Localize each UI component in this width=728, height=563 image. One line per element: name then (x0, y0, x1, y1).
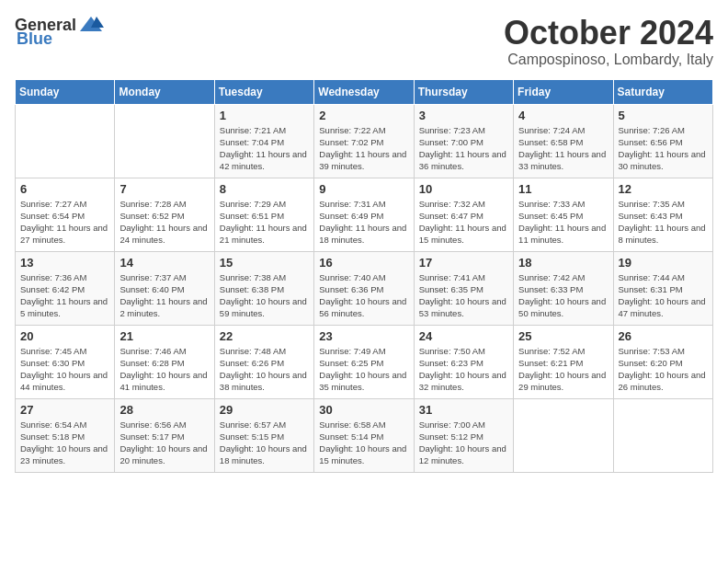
logo-blue: Blue (17, 29, 52, 49)
calendar-cell: 25Sunrise: 7:52 AMSunset: 6:21 PMDayligh… (514, 325, 613, 398)
day-info: Sunrise: 6:56 AMSunset: 5:17 PMDaylight:… (119, 419, 209, 467)
header-saturday: Saturday (613, 79, 712, 104)
calendar-cell: 11Sunrise: 7:33 AMSunset: 6:45 PMDayligh… (514, 178, 613, 251)
calendar-cell: 22Sunrise: 7:48 AMSunset: 6:26 PMDayligh… (214, 325, 313, 398)
day-info: Sunrise: 6:54 AMSunset: 5:18 PMDaylight:… (20, 419, 109, 467)
header-monday: Monday (115, 79, 214, 104)
page-header: General Blue October 2024 Campospinoso, … (15, 15, 713, 68)
calendar-cell: 16Sunrise: 7:40 AMSunset: 6:36 PMDayligh… (314, 251, 414, 325)
day-info: Sunrise: 6:57 AMSunset: 5:15 PMDaylight:… (220, 419, 309, 467)
header-thursday: Thursday (414, 79, 513, 104)
day-number: 8 (220, 182, 309, 196)
day-number: 10 (419, 182, 508, 196)
day-info: Sunrise: 7:53 AMSunset: 6:20 PMDaylight:… (619, 345, 708, 394)
day-number: 16 (319, 256, 408, 270)
calendar-cell: 31Sunrise: 7:00 AMSunset: 5:12 PMDayligh… (414, 398, 513, 472)
day-info: Sunrise: 7:35 AMSunset: 6:43 PMDaylight:… (619, 198, 708, 247)
calendar-cell: 15Sunrise: 7:38 AMSunset: 6:38 PMDayligh… (214, 251, 313, 325)
calendar-week-5: 27Sunrise: 6:54 AMSunset: 5:18 PMDayligh… (16, 398, 713, 472)
day-number: 27 (20, 403, 109, 417)
calendar-cell: 21Sunrise: 7:46 AMSunset: 6:28 PMDayligh… (115, 325, 214, 398)
day-number: 31 (419, 403, 508, 417)
header-friday: Friday (514, 79, 613, 104)
day-number: 19 (619, 256, 708, 270)
calendar-cell: 28Sunrise: 6:56 AMSunset: 5:17 PMDayligh… (115, 398, 214, 472)
day-number: 12 (619, 182, 708, 196)
calendar-cell: 26Sunrise: 7:53 AMSunset: 6:20 PMDayligh… (613, 325, 712, 398)
day-info: Sunrise: 7:23 AMSunset: 7:00 PMDaylight:… (419, 124, 508, 173)
day-info: Sunrise: 7:41 AMSunset: 6:35 PMDaylight:… (419, 271, 508, 320)
day-info: Sunrise: 7:26 AMSunset: 6:56 PMDaylight:… (619, 124, 708, 173)
day-info: Sunrise: 6:58 AMSunset: 5:14 PMDaylight:… (319, 419, 408, 467)
day-info: Sunrise: 7:28 AMSunset: 6:52 PMDaylight:… (119, 198, 209, 247)
calendar-cell: 1Sunrise: 7:21 AMSunset: 7:04 PMDaylight… (214, 104, 313, 178)
day-info: Sunrise: 7:46 AMSunset: 6:28 PMDaylight:… (119, 345, 209, 394)
day-info: Sunrise: 7:32 AMSunset: 6:47 PMDaylight:… (419, 198, 508, 247)
location-title: Campospinoso, Lombardy, Italy (504, 52, 713, 68)
day-number: 28 (119, 403, 209, 417)
day-info: Sunrise: 7:37 AMSunset: 6:40 PMDaylight:… (119, 271, 209, 320)
day-info: Sunrise: 7:29 AMSunset: 6:51 PMDaylight:… (220, 198, 309, 247)
day-number: 13 (20, 256, 109, 270)
day-info: Sunrise: 7:31 AMSunset: 6:49 PMDaylight:… (319, 198, 408, 247)
day-number: 11 (518, 182, 608, 196)
day-number: 20 (20, 329, 109, 343)
day-info: Sunrise: 7:44 AMSunset: 6:31 PMDaylight:… (619, 271, 708, 320)
day-number: 15 (220, 256, 309, 270)
calendar-week-4: 20Sunrise: 7:45 AMSunset: 6:30 PMDayligh… (16, 325, 713, 398)
month-title: October 2024 (504, 15, 713, 52)
logo-icon (78, 15, 104, 35)
calendar-cell: 2Sunrise: 7:22 AMSunset: 7:02 PMDaylight… (314, 104, 414, 178)
title-block: October 2024 Campospinoso, Lombardy, Ita… (504, 15, 713, 68)
day-number: 9 (319, 182, 408, 196)
day-number: 1 (220, 109, 309, 122)
day-info: Sunrise: 7:49 AMSunset: 6:25 PMDaylight:… (319, 345, 408, 394)
day-info: Sunrise: 7:50 AMSunset: 6:23 PMDaylight:… (419, 345, 508, 394)
calendar-cell: 10Sunrise: 7:32 AMSunset: 6:47 PMDayligh… (414, 178, 513, 251)
calendar-cell: 27Sunrise: 6:54 AMSunset: 5:18 PMDayligh… (16, 398, 115, 472)
day-number: 26 (619, 329, 708, 343)
calendar-cell: 3Sunrise: 7:23 AMSunset: 7:00 PMDaylight… (414, 104, 513, 178)
day-info: Sunrise: 7:27 AMSunset: 6:54 PMDaylight:… (20, 198, 109, 247)
calendar-week-1: 1Sunrise: 7:21 AMSunset: 7:04 PMDaylight… (16, 104, 713, 178)
calendar-cell: 30Sunrise: 6:58 AMSunset: 5:14 PMDayligh… (314, 398, 414, 472)
calendar-cell: 18Sunrise: 7:42 AMSunset: 6:33 PMDayligh… (514, 251, 613, 325)
day-number: 14 (119, 256, 209, 270)
day-number: 3 (419, 109, 508, 122)
calendar-week-3: 13Sunrise: 7:36 AMSunset: 6:42 PMDayligh… (16, 251, 713, 325)
day-number: 4 (518, 109, 608, 122)
calendar-week-2: 6Sunrise: 7:27 AMSunset: 6:54 PMDaylight… (16, 178, 713, 251)
day-info: Sunrise: 7:40 AMSunset: 6:36 PMDaylight:… (319, 271, 408, 320)
header-wednesday: Wednesday (314, 79, 414, 104)
day-number: 29 (220, 403, 309, 417)
day-number: 24 (419, 329, 508, 343)
calendar-cell: 9Sunrise: 7:31 AMSunset: 6:49 PMDaylight… (314, 178, 414, 251)
day-number: 17 (419, 256, 508, 270)
calendar-cell: 13Sunrise: 7:36 AMSunset: 6:42 PMDayligh… (16, 251, 115, 325)
logo: General Blue (15, 15, 104, 49)
day-number: 7 (119, 182, 209, 196)
day-info: Sunrise: 7:38 AMSunset: 6:38 PMDaylight:… (220, 271, 309, 320)
day-number: 6 (20, 182, 109, 196)
day-number: 18 (518, 256, 608, 270)
header-tuesday: Tuesday (214, 79, 313, 104)
day-info: Sunrise: 7:45 AMSunset: 6:30 PMDaylight:… (20, 345, 109, 394)
calendar-cell (115, 104, 214, 178)
calendar-cell: 19Sunrise: 7:44 AMSunset: 6:31 PMDayligh… (613, 251, 712, 325)
day-number: 25 (518, 329, 608, 343)
calendar-cell: 6Sunrise: 7:27 AMSunset: 6:54 PMDaylight… (16, 178, 115, 251)
calendar-cell: 8Sunrise: 7:29 AMSunset: 6:51 PMDaylight… (214, 178, 313, 251)
calendar-cell: 23Sunrise: 7:49 AMSunset: 6:25 PMDayligh… (314, 325, 414, 398)
calendar-header-row: SundayMondayTuesdayWednesdayThursdayFrid… (16, 79, 713, 104)
day-info: Sunrise: 7:52 AMSunset: 6:21 PMDaylight:… (518, 345, 608, 394)
day-number: 2 (319, 109, 408, 122)
calendar-cell: 5Sunrise: 7:26 AMSunset: 6:56 PMDaylight… (613, 104, 712, 178)
day-number: 5 (619, 109, 708, 122)
day-info: Sunrise: 7:22 AMSunset: 7:02 PMDaylight:… (319, 124, 408, 173)
day-info: Sunrise: 7:00 AMSunset: 5:12 PMDaylight:… (419, 419, 508, 467)
calendar-cell: 17Sunrise: 7:41 AMSunset: 6:35 PMDayligh… (414, 251, 513, 325)
calendar-cell: 4Sunrise: 7:24 AMSunset: 6:58 PMDaylight… (514, 104, 613, 178)
day-info: Sunrise: 7:36 AMSunset: 6:42 PMDaylight:… (20, 271, 109, 320)
calendar-cell: 20Sunrise: 7:45 AMSunset: 6:30 PMDayligh… (16, 325, 115, 398)
day-info: Sunrise: 7:42 AMSunset: 6:33 PMDaylight:… (518, 271, 608, 320)
